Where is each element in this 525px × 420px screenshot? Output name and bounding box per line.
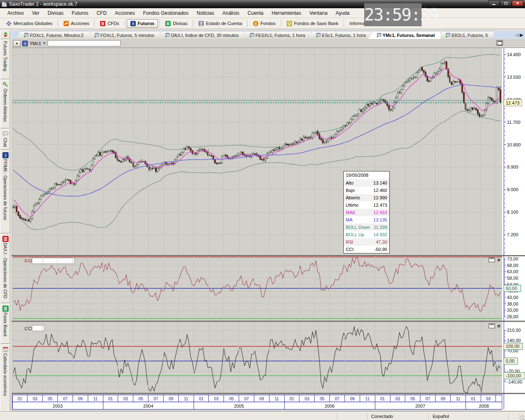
menu-archivo[interactable]: Archivo xyxy=(3,9,28,17)
svg-text:01: 01 xyxy=(199,397,204,401)
connection-status: Conectado xyxy=(371,414,393,419)
toolbar-button-cfds[interactable]: CFDs xyxy=(96,19,123,28)
sidebar-item-calendario-econ-mico[interactable]: 31Calendario económico xyxy=(0,345,10,413)
svg-text:05: 05 xyxy=(320,397,325,401)
svg-text:CCI: CCI xyxy=(25,326,32,331)
menu-fondos-gestionados[interactable]: Fondos Gestionados xyxy=(139,9,193,17)
chart-restore-icon[interactable] xyxy=(496,40,503,46)
doc-tab-4[interactable]: ESc1, Futuros, 1 hora xyxy=(308,31,372,39)
doc-tab-1[interactable]: FDXc1, Futuros, 5 minutos xyxy=(86,31,160,39)
sidebar-item-arrows[interactable] xyxy=(0,30,10,39)
sidebar-item-dax-i-operaciones-de-cfd[interactable]: DAX.I - Operaciones de CFD xyxy=(0,234,10,303)
price-chart[interactable]: RSI✕CCI✕14.40013.50012.60011.70010.8009.… xyxy=(11,48,525,411)
symbol-label[interactable]: YMc1 xyxy=(30,41,41,46)
doc-tab-0[interactable]: FDXc1, Futuros, Minutos:2 xyxy=(16,31,89,39)
svg-text:11: 11 xyxy=(275,397,279,401)
svg-text:03: 03 xyxy=(395,397,400,401)
orders-icon xyxy=(2,82,9,88)
svg-text:09: 09 xyxy=(259,397,264,401)
svg-text:100,00: 100,00 xyxy=(506,344,520,349)
toolbar-button-label: Fondos de Saxo Bank xyxy=(294,21,338,26)
toolbar-button-futuros[interactable]: SFuturos xyxy=(127,19,158,28)
minimize-button[interactable] xyxy=(488,0,500,7)
restore-button[interactable] xyxy=(500,0,511,7)
svg-text:11.700: 11.700 xyxy=(507,120,520,125)
tab-scroll-buttons[interactable]: ◁ ▶ xyxy=(514,32,524,38)
svg-text:11: 11 xyxy=(456,397,461,401)
menu-ayuda[interactable]: Ayuda xyxy=(331,9,354,17)
toolbar-button-label: Mercados Globales xyxy=(14,21,52,26)
menu-noticias[interactable]: Noticias xyxy=(193,9,219,17)
tab-scroll-left-icon[interactable]: ◁ xyxy=(515,32,518,37)
menu-herramientas[interactable]: Herramientas xyxy=(267,9,305,17)
svg-text:S: S xyxy=(132,21,134,26)
toolbar-button-fondos-de-saxo-bank[interactable]: Fondos de Saxo Bank xyxy=(283,19,342,28)
tooltip-label: BOLL Up xyxy=(346,232,364,237)
doc-tab-label: ESc1, Futuros, 1 hora xyxy=(322,33,366,38)
panel-restore-icon xyxy=(489,258,495,262)
doc-tab-6[interactable]: ER2c1, Futuros, 5 xyxy=(437,31,494,39)
tab-scroll-right-icon[interactable]: ▶ xyxy=(520,32,523,37)
svg-text:2004: 2004 xyxy=(143,404,153,409)
svg-text:31: 31 xyxy=(4,349,7,352)
toolbar-button-estado-de-cuenta[interactable]: Estado de Cuenta xyxy=(195,19,246,28)
chart-tab-icon xyxy=(377,33,381,38)
toolbar-button-acciones[interactable]: Acciones xyxy=(60,19,93,28)
chart-dropdown-button[interactable]: ▼ xyxy=(13,40,21,47)
svg-text:9.000: 9.000 xyxy=(507,187,518,192)
tooltip-label: Ultimo xyxy=(346,202,358,208)
saxotrader-app: { "window": { "title": "SaxoTrader 2 - w… xyxy=(0,0,525,420)
sidebar-item-forex-board[interactable]: Forex Board xyxy=(0,304,10,344)
svg-text:09: 09 xyxy=(78,397,83,401)
svg-text:05: 05 xyxy=(48,397,53,401)
menu-cuenta[interactable]: Cuenta xyxy=(244,9,268,17)
main-price-panel xyxy=(11,48,502,255)
chart-window: ▼ S YMc1 ▼ RSI✕CCI✕14.40013.50012.60011.… xyxy=(11,39,525,412)
symbol-search-input[interactable] xyxy=(48,40,121,46)
svg-text:11: 11 xyxy=(365,397,370,401)
menu-cfd[interactable]: CFD xyxy=(92,9,111,17)
status-bar: Conectado Español xyxy=(0,412,525,420)
tooltip-row-boll-down: BOLL Down11.339 xyxy=(344,224,389,231)
tooltip-label: MA xyxy=(346,217,353,223)
doc-tab-3[interactable]: FESXc1, Futuros, 1 hora xyxy=(241,31,311,39)
document-tab-bar: FDXc1, Futuros, Minutos:2FDXc1, Futuros,… xyxy=(11,31,525,39)
sidebar-item-label: Futures Trading xyxy=(3,41,8,71)
doc-tab-2[interactable]: DAX.I, Índice de CFD, 30 minutos xyxy=(157,31,244,39)
menu-futuros[interactable]: Futuros xyxy=(68,9,93,17)
tooltip-date: 19/05/2008 xyxy=(344,171,389,179)
toolbar-button-divisas[interactable]: Divisas xyxy=(162,19,191,28)
svg-text:28,00: 28,00 xyxy=(507,314,518,319)
toolbar-button-label: Acciones xyxy=(71,21,89,26)
account-icon xyxy=(199,21,204,26)
svg-text:05: 05 xyxy=(229,397,234,401)
sidebar-item--rdenes-abiertas[interactable]: Órdenes Abiertas xyxy=(0,80,10,128)
toolbar-button-fondos[interactable]: $Fondos xyxy=(249,19,279,28)
menu-acciones[interactable]: Acciones xyxy=(111,9,139,17)
symbol-caret-icon[interactable]: ▼ xyxy=(43,41,46,45)
doc-tab-label: YMc1, Futuros, Semanal xyxy=(383,33,435,38)
menu-ventana[interactable]: Ventana xyxy=(305,9,331,17)
toolbar-button-mercados-globales[interactable]: Mercados Globales xyxy=(2,19,56,28)
tooltip-value: 13.135 xyxy=(373,217,387,223)
resize-grip[interactable] xyxy=(519,415,525,420)
svg-text:07: 07 xyxy=(153,397,158,401)
menu-ver[interactable]: Ver xyxy=(28,9,43,17)
close-button[interactable]: ✕ xyxy=(512,0,523,7)
menu-divisas[interactable]: Divisas xyxy=(43,9,68,17)
sidebar-item-ffim8-operaciones-de-futuros[interactable]: SFFIM8 - Operaciones de futuros xyxy=(0,151,10,233)
language-indicator[interactable]: Español xyxy=(433,414,449,419)
sidebar-item-futures-trading[interactable]: Futures Trading xyxy=(0,40,10,79)
fx-icon xyxy=(165,21,171,26)
tooltip-label: Alto xyxy=(346,180,354,186)
doc-tab-5[interactable]: YMc1, Futuros, Semanal xyxy=(368,31,441,39)
svg-text:58,00: 58,00 xyxy=(507,276,518,281)
svg-text:2005: 2005 xyxy=(234,404,244,409)
menu-an-lisis[interactable]: Análisis xyxy=(218,9,243,17)
chart-toolbar: ▼ S YMc1 ▼ xyxy=(11,39,525,48)
tooltip-value: -50,90 xyxy=(374,247,387,252)
funds-icon: $ xyxy=(253,21,258,26)
sidebar-item-chat[interactable]: Chat xyxy=(0,129,10,150)
svg-text:43,00: 43,00 xyxy=(507,295,518,300)
doc-tab-label: FDXc1, Futuros, Minutos:2 xyxy=(30,33,84,38)
